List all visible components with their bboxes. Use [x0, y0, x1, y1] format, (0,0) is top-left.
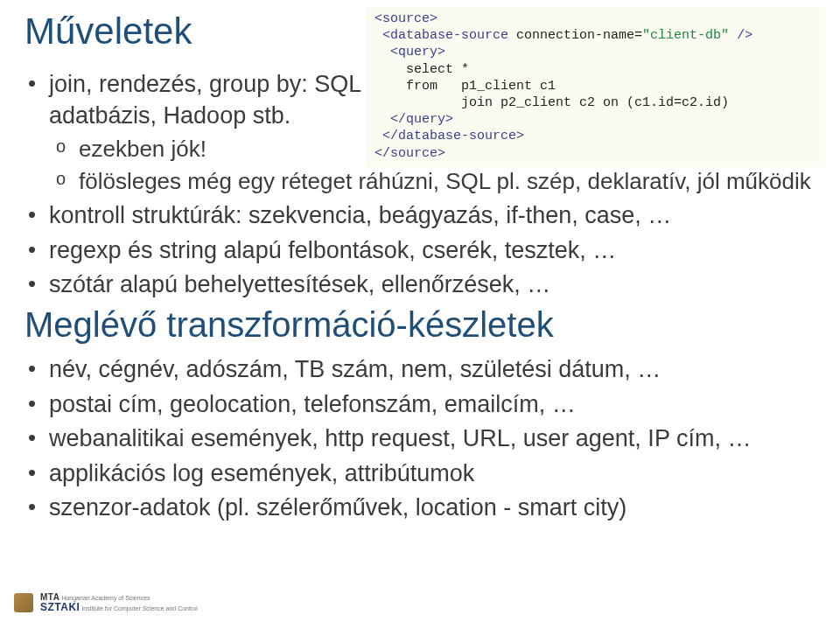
list-item: regexp és string alapú felbontások, cser… — [49, 234, 816, 266]
list-item-text: join, rendezés, group by: SQL adatbázis,… — [49, 68, 382, 132]
list-item: szótár alapú behelyettesítések, ellenőrz… — [49, 269, 816, 300]
footer-logo: MTA Hungarian Academy of Sciences SZTAKI… — [14, 592, 198, 613]
logo-sztaki-sub: Institute for Computer Science and Contr… — [81, 605, 197, 612]
list-item: applikációs log események, attribútumok — [49, 458, 816, 489]
list-item: szenzor-adatok (pl. szélerőművek, locati… — [49, 492, 816, 523]
sublist-item: fölösleges még egy réteget ráhúzni, SQL … — [79, 166, 816, 197]
heading-transzformacio: Meglévő transzformáció-készletek — [24, 305, 816, 345]
list-item: postai cím, geolocation, telefonszám, em… — [49, 388, 816, 420]
list-item: webanalitikai események, http request, U… — [49, 423, 816, 454]
list-item: join, rendezés, group by: SQL adatbázis,… — [49, 68, 816, 197]
list-operations: join, rendezés, group by: SQL adatbázis,… — [24, 68, 816, 300]
logo-text-block: MTA Hungarian Academy of Sciences SZTAKI… — [40, 592, 198, 613]
sublist-item: ezekben jók! — [79, 134, 816, 164]
list-item: név, cégnév, adószám, TB szám, nem, szül… — [49, 353, 816, 385]
list-item: kontroll struktúrák: szekvencia, beágyaz… — [49, 199, 816, 231]
crest-icon — [14, 593, 33, 612]
sublist: ezekben jók! fölösleges még egy réteget … — [49, 134, 816, 197]
logo-sztaki: SZTAKI — [40, 601, 80, 613]
logo-mta-sub: Hungarian Academy of Sciences — [61, 595, 150, 601]
list-transformations: név, cégnév, adószám, TB szám, nem, szül… — [24, 353, 816, 523]
